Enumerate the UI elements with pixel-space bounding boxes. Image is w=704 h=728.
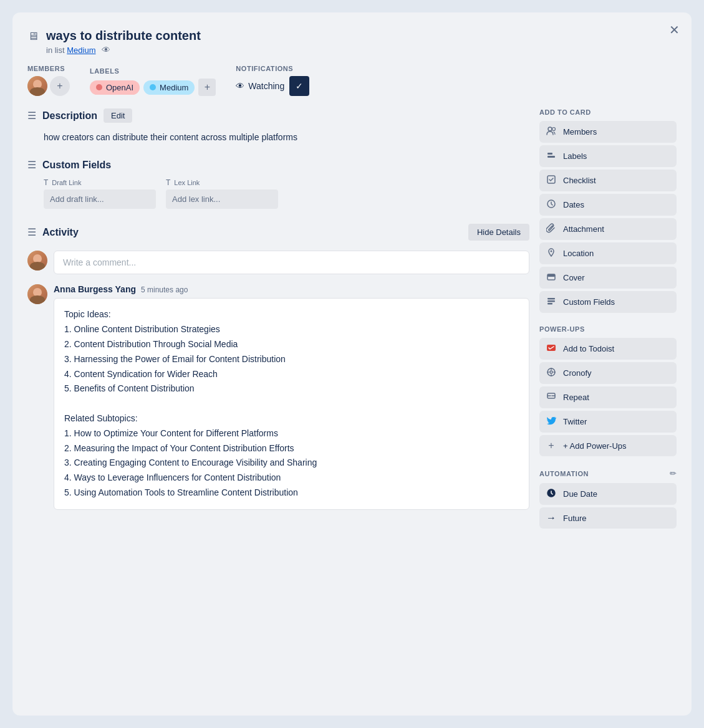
labels-icon [546, 150, 557, 162]
members-group: Members + [27, 65, 70, 96]
notifications-row: 👁 Watching ✓ [236, 76, 309, 96]
label-medium[interactable]: Medium [143, 80, 195, 95]
twitter-icon [546, 416, 557, 428]
future-icon: → [546, 512, 557, 524]
sidebar-cronofy-button[interactable]: Cronofy [539, 362, 677, 384]
sidebar-dates-button[interactable]: Dates [539, 194, 677, 216]
svg-rect-9 [547, 298, 555, 300]
activity-title: Activity [42, 227, 79, 238]
custom-fields-section: ☰ Custom Fields T Draft Link Add draft l… [27, 159, 529, 209]
repeat-icon [546, 391, 557, 403]
sidebar-dates-label: Dates [563, 200, 584, 209]
label-medium-text: Medium [160, 83, 188, 92]
edit-description-button[interactable]: Edit [104, 108, 132, 123]
label-openai[interactable]: OpenAI [90, 80, 140, 95]
sidebar-custom-fields-button[interactable]: Custom Fields [539, 291, 677, 313]
draft-type-icon: T [44, 178, 48, 187]
sidebar-attachment-button[interactable]: Attachment [539, 218, 677, 240]
draft-link-input[interactable]: Add draft link... [44, 189, 156, 209]
custom-fields-grid: T Draft Link Add draft link... T Lex Lin… [44, 178, 529, 209]
sidebar-todoist-label: Add to Todoist [563, 344, 614, 353]
sidebar-members-label: Members [563, 127, 597, 136]
sidebar-cover-label: Cover [563, 273, 585, 282]
comment-input-row: Write a comment... [27, 251, 529, 274]
activity-section: ☰ Activity Hide Details Write a comment.… [27, 224, 529, 509]
comment-input[interactable]: Write a comment... [54, 251, 529, 274]
automation-edit-button[interactable]: ✏ [670, 469, 677, 478]
sidebar-twitter-button[interactable]: Twitter [539, 411, 677, 433]
svg-rect-2 [547, 153, 552, 155]
author-avatar [27, 284, 47, 304]
draft-field-label-row: T Draft Link [44, 178, 156, 187]
description-header: ☰ Description Edit [27, 108, 529, 123]
svg-point-14 [550, 371, 552, 373]
card-header: 🖥 ways to distribute content in list Med… [27, 27, 677, 55]
sidebar-cover-button[interactable]: Cover [539, 267, 677, 289]
close-button[interactable]: ✕ [664, 20, 684, 40]
sidebar-custom-fields-label: Custom Fields [563, 297, 615, 307]
sidebar-future-button[interactable]: → Future [539, 507, 677, 529]
description-title: Description [42, 110, 97, 122]
sidebar-labels-label: Labels [563, 151, 587, 161]
comment-content: Topic Ideas: 1. Online Content Distribut… [54, 298, 529, 509]
sidebar-attachment-label: Attachment [563, 224, 604, 234]
member-avatar[interactable] [27, 76, 47, 96]
list-link[interactable]: Medium [67, 46, 95, 55]
in-list-prefix: in list [46, 46, 65, 55]
custom-field-lex: T Lex Link Add lex link... [166, 178, 278, 209]
custom-field-draft: T Draft Link Add draft link... [44, 178, 156, 209]
lex-link-input[interactable]: Add lex link... [166, 189, 278, 209]
svg-point-0 [548, 127, 552, 131]
notifications-group: Notifications 👁 Watching ✓ [236, 65, 309, 96]
sidebar-add-powerups-button[interactable]: + + Add Power-Ups [539, 435, 677, 456]
activity-header: ☰ Activity Hide Details [27, 224, 529, 241]
comment-author-row: Anna Burgess Yang 5 minutes ago [54, 284, 529, 294]
cover-icon [546, 272, 557, 284]
watching-label: Watching [248, 81, 284, 91]
automation-title: Automation [539, 470, 589, 477]
sidebar-repeat-button[interactable]: Repeat [539, 386, 677, 408]
comment-body: Anna Burgess Yang 5 minutes ago Topic Id… [54, 284, 529, 509]
location-icon [546, 247, 557, 259]
add-member-button[interactable]: + [50, 76, 70, 96]
comment-time: 5 minutes ago [141, 285, 188, 294]
sidebar-location-button[interactable]: Location [539, 242, 677, 264]
sidebar-labels-button[interactable]: Labels [539, 145, 677, 167]
card-title-area: ways to distribute content in list Mediu… [46, 27, 677, 55]
checklist-icon [546, 175, 557, 186]
sidebar-location-label: Location [563, 249, 594, 258]
sidebar-checklist-button[interactable]: Checklist [539, 170, 677, 191]
label-dot-openai [96, 84, 102, 90]
card-title: ways to distribute content [46, 27, 677, 44]
custom-fields-sidebar-icon [546, 296, 557, 308]
card-modal: ✕ 🖥 ways to distribute content in list M… [12, 12, 692, 716]
watch-icon: 👁 [102, 45, 110, 55]
add-to-card-title: Add to card [539, 108, 677, 116]
comment-text: Topic Ideas: 1. Online Content Distribut… [64, 307, 519, 500]
add-label-button[interactable]: + [198, 79, 216, 96]
svg-point-6 [551, 251, 552, 252]
label-openai-text: OpenAI [106, 83, 133, 92]
power-ups-title: Power-Ups [539, 325, 677, 333]
content-area: ☰ Description Edit how creators can dist… [27, 108, 677, 531]
sidebar-due-date-label: Due Date [563, 489, 597, 499]
automation-header: Automation ✏ [539, 469, 677, 478]
svg-rect-8 [547, 274, 555, 277]
card-type-icon: 🖥 [27, 30, 39, 43]
lex-type-icon: T [166, 178, 170, 187]
sidebar-cronofy-label: Cronofy [563, 368, 592, 378]
comment-author: Anna Burgess Yang [54, 284, 136, 294]
add-powerups-icon: + [546, 440, 557, 451]
commenter-avatar [27, 251, 47, 271]
watching-toggle[interactable]: ✓ [289, 76, 309, 96]
draft-field-label: Draft Link [52, 179, 81, 186]
sidebar-checklist-label: Checklist [563, 176, 596, 185]
hide-details-button[interactable]: Hide Details [468, 224, 529, 241]
sidebar-due-date-button[interactable]: Due Date [539, 483, 677, 505]
activity-title-group: ☰ Activity [27, 226, 79, 238]
todoist-icon [546, 343, 557, 355]
sidebar-todoist-button[interactable]: Add to Todoist [539, 338, 677, 360]
members-icon [546, 126, 557, 138]
labels-label: Labels [90, 67, 216, 75]
sidebar-members-button[interactable]: Members [539, 121, 677, 143]
